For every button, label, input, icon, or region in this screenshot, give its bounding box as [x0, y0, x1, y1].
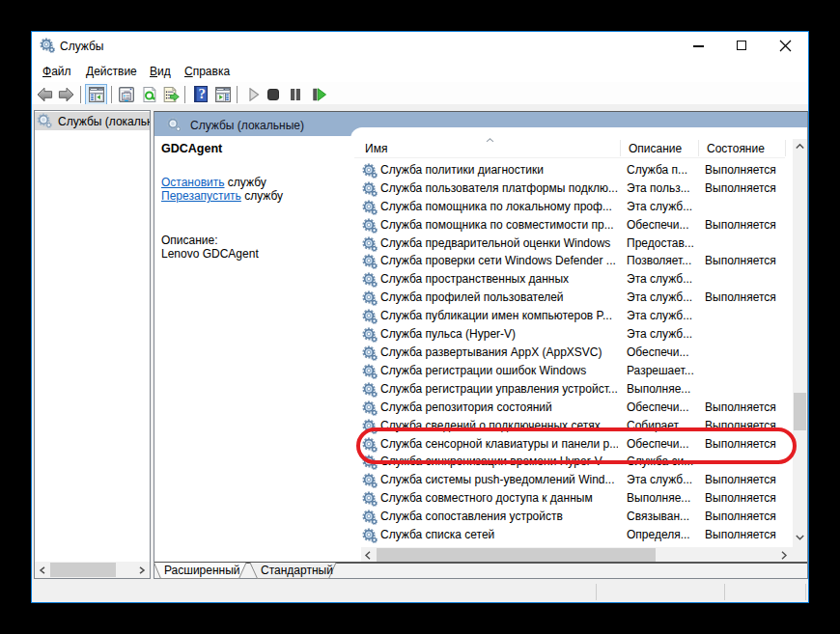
svg-text:?: ? — [198, 86, 206, 101]
